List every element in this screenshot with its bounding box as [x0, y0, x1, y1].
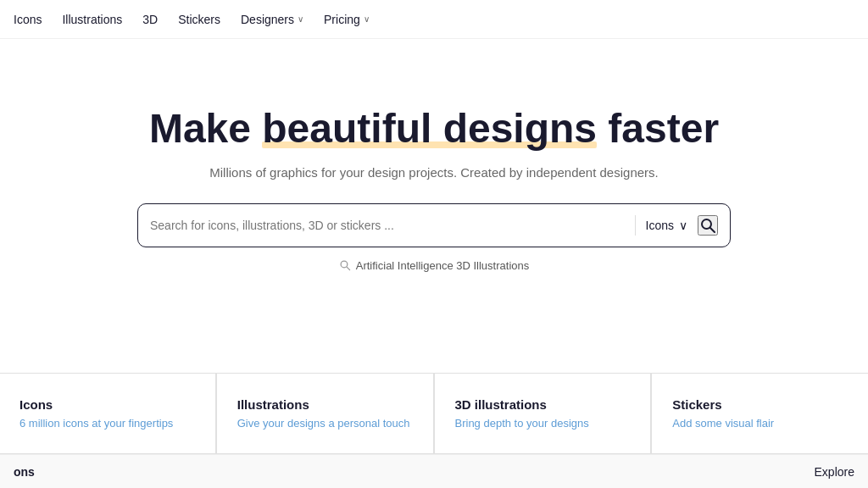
nav-pricing-chevron: ∨ [364, 14, 370, 24]
explore-link[interactable]: Explore [815, 465, 854, 479]
navigation: Icons Illustrations 3D Stickers Designer… [0, 0, 868, 39]
search-type-selector[interactable]: Icons ∨ [646, 219, 687, 232]
card-stickers-subtitle: Add some visual flair [672, 417, 848, 430]
bottom-bar: ons Explore [0, 454, 868, 488]
nav-3d[interactable]: 3D [142, 13, 158, 26]
search-bar: Icons ∨ [137, 203, 731, 247]
card-illustrations-subtitle: Give your designs a personal touch [237, 417, 413, 430]
search-type-label: Icons [646, 219, 674, 232]
card-3d-subtitle: Bring depth to your designs [455, 417, 631, 430]
hero-title-highlight: beautiful designs [262, 107, 597, 152]
search-type-chevron: ∨ [679, 219, 687, 232]
search-icon [699, 217, 716, 234]
card-stickers-title: Stickers [672, 397, 848, 412]
category-cards: Icons 6 million icons at your fingertips… [0, 373, 868, 454]
hero-title-end: faster [597, 106, 719, 151]
card-3d-title: 3D illustrations [455, 397, 631, 412]
card-icons-title: Icons [19, 397, 195, 412]
search-divider [635, 215, 636, 236]
svg-line-3 [347, 267, 350, 270]
suggestion-text: Artificial Intelligence 3D Illustrations [356, 259, 529, 272]
search-button[interactable] [698, 215, 718, 236]
nav-stickers[interactable]: Stickers [178, 13, 220, 26]
hero-title-start: Make [149, 106, 262, 151]
nav-pricing-label: Pricing [324, 13, 360, 26]
hero-section: Make beautiful designs faster Millions o… [0, 39, 868, 306]
nav-pricing[interactable]: Pricing ∨ [324, 13, 370, 26]
bottom-label: ons [14, 465, 35, 479]
card-icons[interactable]: Icons 6 million icons at your fingertips [0, 373, 216, 454]
hero-subtitle: Millions of graphics for your design pro… [209, 165, 658, 180]
card-3d[interactable]: 3D illustrations Bring depth to your des… [434, 373, 652, 454]
nav-illustrations[interactable]: Illustrations [62, 13, 122, 26]
svg-line-1 [710, 228, 715, 232]
search-suggestion[interactable]: Artificial Intelligence 3D Illustrations [339, 259, 529, 272]
card-icons-subtitle: 6 million icons at your fingertips [19, 417, 195, 430]
nav-designers-label: Designers [241, 13, 294, 26]
hero-title: Make beautiful designs faster [149, 107, 719, 152]
nav-icons[interactable]: Icons [14, 13, 42, 26]
nav-designers[interactable]: Designers ∨ [241, 13, 303, 26]
card-illustrations-title: Illustrations [237, 397, 413, 412]
svg-point-2 [341, 261, 348, 268]
card-stickers[interactable]: Stickers Add some visual flair [651, 373, 868, 454]
suggestion-search-icon [339, 259, 351, 271]
card-illustrations[interactable]: Illustrations Give your designs a person… [216, 373, 434, 454]
search-input[interactable] [150, 219, 625, 232]
nav-designers-chevron: ∨ [298, 14, 303, 24]
